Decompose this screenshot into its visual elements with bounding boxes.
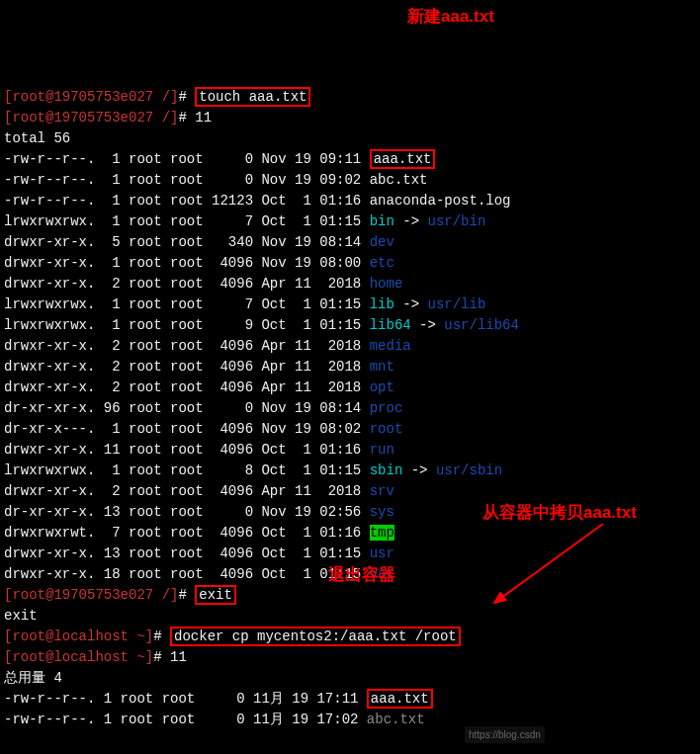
ls-row: lrwxrwxrwx. 1 root root 9 Oct 1 01:15 li… bbox=[4, 315, 696, 336]
ls-row: dr-xr-x---. 1 root root 4096 Nov 19 08:0… bbox=[4, 419, 696, 440]
watermark: https://blog.csdn bbox=[465, 726, 545, 743]
ls-row: drwxr-xr-x. 11 root root 4096 Oct 1 01:1… bbox=[4, 440, 696, 461]
cmd-touch: touch aaa.txt bbox=[195, 87, 310, 107]
ls-row: -rw-r--r--. 1 root root 0 11月 19 17:02 a… bbox=[4, 710, 696, 730]
file-aaa2: aaa.txt bbox=[367, 689, 433, 709]
prompt-line: [root@localhost ~]# docker cp mycentos2:… bbox=[4, 627, 696, 647]
prompt-line: [root@19705753e027 /]# touch aaa.txt bbox=[4, 87, 696, 108]
cmd-exit: exit bbox=[195, 585, 236, 605]
ls-row: lrwxrwxrwx. 1 root root 8 Oct 1 01:15 sb… bbox=[4, 461, 696, 481]
cmd-docker-cp: docker cp mycentos2:/aaa.txt /root bbox=[170, 627, 461, 646]
ls-row: drwxr-xr-x. 2 root root 4096 Apr 11 2018… bbox=[4, 357, 696, 377]
file-aaa: aaa.txt bbox=[370, 149, 436, 169]
ls-row: -rw-r--r--. 1 root root 0 11月 19 17:11 a… bbox=[4, 689, 696, 710]
ls-row: drwxr-xr-x. 5 root root 340 Nov 19 08:14… bbox=[4, 232, 696, 253]
annotation-create: 新建aaa.txt bbox=[407, 4, 494, 30]
total-line: total 56 bbox=[4, 128, 696, 149]
total2-line: 总用量 4 bbox=[4, 668, 696, 689]
ls-row: drwxr-xr-x. 2 root root 4096 Apr 11 2018… bbox=[4, 481, 696, 502]
ls-row: drwxr-xr-x. 2 root root 4096 Apr 11 2018… bbox=[4, 377, 696, 398]
terminal-output[interactable]: [root@19705753e027 /]# touch aaa.txt[roo… bbox=[4, 87, 696, 730]
annotation-copy: 从容器中拷贝aaa.txt bbox=[482, 500, 637, 526]
prompt-line: [root@19705753e027 /]# 11 bbox=[4, 108, 696, 128]
ls-row: drwxr-xr-x. 13 root root 4096 Oct 1 01:1… bbox=[4, 544, 696, 564]
ls-row: drwxr-xr-x. 1 root root 4096 Nov 19 08:0… bbox=[4, 253, 696, 274]
ls-row: dr-xr-xr-x. 96 root root 0 Nov 19 08:14 … bbox=[4, 398, 696, 419]
ls-row: drwxr-xr-x. 2 root root 4096 Apr 11 2018… bbox=[4, 274, 696, 294]
ls-row: lrwxrwxrwx. 1 root root 7 Oct 1 01:15 bi… bbox=[4, 211, 696, 232]
annotation-exit: 退出容器 bbox=[328, 562, 395, 588]
ls-row: drwxrwxrwt. 7 root root 4096 Oct 1 01:16… bbox=[4, 523, 696, 544]
prompt-line: [root@localhost ~]# 11 bbox=[4, 647, 696, 668]
ls-row: lrwxrwxrwx. 1 root root 7 Oct 1 01:15 li… bbox=[4, 294, 696, 315]
ls-row: -rw-r--r--. 1 root root 0 Nov 19 09:11 a… bbox=[4, 149, 696, 170]
ls-row: -rw-r--r--. 1 root root 0 Nov 19 09:02 a… bbox=[4, 170, 696, 191]
ls-row: -rw-r--r--. 1 root root 12123 Oct 1 01:1… bbox=[4, 191, 696, 211]
ls-row: drwxr-xr-x. 2 root root 4096 Apr 11 2018… bbox=[4, 336, 696, 357]
exit-output: exit bbox=[4, 606, 696, 627]
prompt-line: [root@19705753e027 /]# exit bbox=[4, 585, 696, 606]
